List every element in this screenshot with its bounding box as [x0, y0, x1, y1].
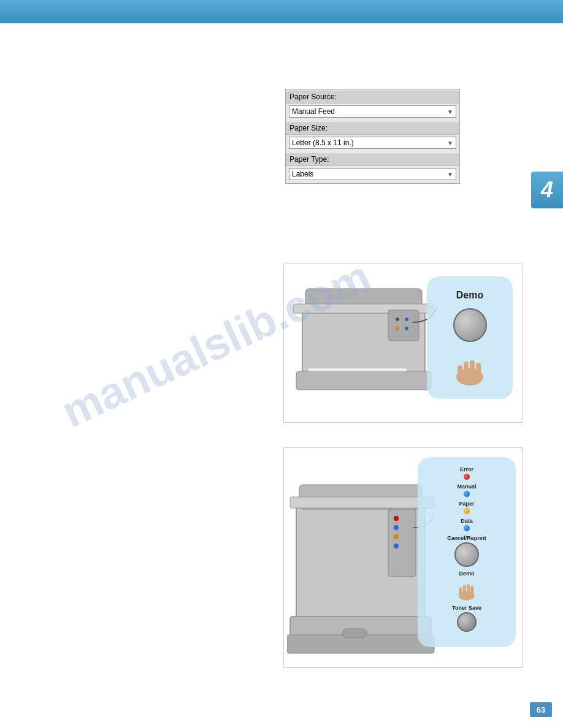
cancel-reprint-label: Cancel/Reprint [447, 535, 486, 541]
demo-button-label: Demo [456, 290, 483, 301]
paper-size-value: Letter (8.5 x 11 in.) [292, 138, 354, 147]
svg-rect-17 [290, 497, 434, 508]
manual-label: Manual [457, 483, 476, 490]
svg-rect-5 [388, 310, 419, 341]
svg-point-6 [396, 317, 399, 321]
svg-rect-29 [470, 586, 473, 595]
svg-point-24 [394, 534, 399, 539]
dropdown-arrow-size-icon: ▼ [447, 140, 453, 146]
manual-control-row: Manual [457, 483, 476, 497]
printer-illustration-1: Demo [284, 264, 522, 422]
toner-save-button[interactable] [457, 612, 477, 632]
svg-rect-20 [342, 629, 367, 638]
manual-led [464, 491, 470, 497]
paper-source-section: Paper Source: Manual Feed ▼ [286, 89, 459, 121]
paper-type-label: Paper Type: [286, 153, 459, 166]
paper-type-select[interactable]: Labels ▼ [289, 168, 456, 180]
paper-size-label: Paper Size: [286, 122, 459, 135]
demo-ctrl-label: Demo [459, 571, 474, 577]
cancel-reprint-row: Cancel/Reprint [447, 535, 486, 567]
hand-icon [451, 349, 488, 386]
paper-type-value: Labels [292, 170, 313, 178]
error-led [464, 474, 470, 480]
svg-point-25 [394, 544, 399, 548]
chapter-tab: 4 [531, 172, 563, 208]
svg-point-23 [394, 525, 399, 530]
paper-type-section: Paper Type: Labels ▼ [286, 152, 459, 183]
data-led [464, 525, 470, 531]
paper-size-section: Paper Size: Letter (8.5 x 11 in.) ▼ [286, 121, 459, 152]
demo-bubble: Demo [427, 276, 513, 399]
svg-rect-13 [476, 363, 481, 376]
paper-settings-dialog: Paper Source: Manual Feed ▼ Paper Size: … [285, 89, 460, 184]
demo-button-circle [453, 308, 487, 342]
svg-rect-28 [467, 584, 470, 595]
svg-rect-21 [388, 509, 416, 577]
svg-rect-11 [464, 362, 469, 379]
svg-rect-30 [459, 587, 462, 596]
paper-source-label: Paper Source: [286, 91, 459, 104]
printer-controls-image: Error Manual Paper Data Cancel/Reprint [283, 447, 523, 668]
demo-control-row: Demo [455, 571, 478, 601]
hand-demo-icon [455, 578, 478, 601]
paper-led [464, 508, 470, 514]
svg-point-7 [405, 317, 408, 321]
svg-rect-27 [463, 585, 466, 596]
control-panel-bubble: Error Manual Paper Data Cancel/Reprint [418, 457, 516, 647]
paper-size-select[interactable]: Letter (8.5 x 11 in.) ▼ [289, 137, 456, 149]
paper-label: Paper [459, 501, 474, 507]
svg-rect-2 [296, 371, 431, 390]
error-label: Error [460, 466, 473, 472]
svg-rect-3 [308, 368, 407, 371]
page-number-badge: 63 [530, 702, 552, 717]
printer-illustration-2: Error Manual Paper Data Cancel/Reprint [284, 448, 522, 667]
svg-point-8 [396, 327, 399, 330]
paper-control-row: Paper [459, 501, 474, 514]
svg-rect-12 [470, 360, 475, 376]
printer-body-svg-1 [290, 270, 443, 417]
svg-rect-14 [458, 365, 462, 377]
toner-save-label: Toner Save [452, 605, 481, 611]
printer-demo-image: Demo [283, 264, 523, 423]
header-bar [0, 0, 563, 23]
paper-source-select[interactable]: Manual Feed ▼ [289, 105, 456, 118]
cancel-reprint-button[interactable] [454, 542, 479, 567]
paper-source-value: Manual Feed [292, 107, 335, 116]
data-control-row: Data [461, 518, 473, 531]
dropdown-arrow-type-icon: ▼ [447, 171, 453, 178]
svg-point-22 [394, 516, 399, 521]
toner-save-row: Toner Save [452, 605, 481, 632]
dropdown-arrow-icon: ▼ [447, 108, 453, 115]
svg-point-9 [405, 327, 408, 330]
error-control-row: Error [460, 466, 473, 480]
data-label: Data [461, 518, 473, 524]
chapter-number: 4 [541, 177, 553, 203]
